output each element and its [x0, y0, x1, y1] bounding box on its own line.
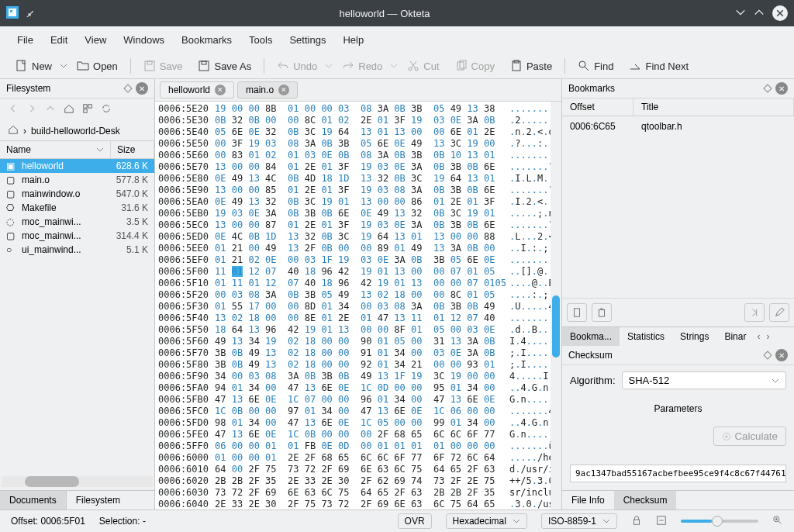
tab-documents[interactable]: Documents — [0, 491, 67, 510]
pin-icon[interactable] — [25, 8, 34, 19]
bookmarks-title: Bookmarks — [568, 83, 615, 94]
file-size: 3.5 K — [105, 216, 148, 227]
vscrollbar[interactable] — [551, 102, 561, 510]
status-coding[interactable]: Hexadecimal — [446, 513, 527, 529]
zoom-in-icon[interactable] — [772, 515, 783, 528]
tab-label: helloworld — [168, 85, 210, 95]
bookmark-edit-button[interactable] — [769, 303, 789, 322]
column-name[interactable]: Name — [0, 141, 111, 158]
tabs-prev-icon[interactable]: ‹ — [754, 331, 763, 342]
file-row[interactable]: ▣helloworld628.6 K — [0, 159, 154, 173]
undock-icon[interactable] — [123, 84, 132, 92]
nav-back-icon[interactable] — [8, 103, 19, 116]
breadcrumb-home-icon[interactable] — [8, 124, 19, 137]
svg-rect-16 — [88, 105, 91, 108]
editor-tab[interactable]: main.o✕ — [237, 81, 298, 98]
nav-forward-icon[interactable] — [26, 103, 37, 116]
editor-tab[interactable]: helloworld✕ — [160, 81, 234, 98]
tab-fileinfo[interactable]: File Info — [562, 491, 614, 510]
bm-col-title[interactable]: Title — [633, 98, 794, 116]
file-name: mainwindow.o — [22, 188, 101, 199]
tabs-next-icon[interactable]: › — [763, 331, 772, 342]
cut-button[interactable]: Cut — [401, 57, 445, 75]
open-button[interactable]: Open — [71, 57, 124, 75]
save-button[interactable]: Save — [137, 57, 189, 75]
hscrollbar[interactable] — [2, 476, 153, 487]
file-row[interactable]: ▢mainwindow.o547.0 K — [0, 187, 154, 201]
checksum-output[interactable]: 9ac1347bad55167acbefbee95ce9f4c8c67f4476… — [570, 465, 786, 482]
menu-view[interactable]: View — [77, 31, 114, 49]
undock-icon[interactable] — [763, 84, 772, 92]
calculate-button[interactable]: Calculate — [713, 427, 786, 446]
status-ovr[interactable]: OVR — [398, 513, 432, 529]
hex-view[interactable]: 0006:5E200006:5E300006:5E400006:5E500006… — [155, 102, 561, 510]
redo-button[interactable]: Redo — [336, 57, 388, 75]
svg-point-14 — [579, 61, 585, 67]
paste-button[interactable]: Paste — [504, 57, 558, 75]
file-row[interactable]: ▢moc_mainwi...314.4 K — [0, 229, 154, 243]
file-row[interactable]: ▢main.o577.8 K — [0, 173, 154, 187]
bookmark-row[interactable]: 0006:6C65 qtoolbar.h — [562, 119, 794, 133]
nav-sync-icon[interactable] — [101, 103, 112, 116]
tab-filesystem[interactable]: Filesystem — [67, 491, 129, 510]
panel-close-icon[interactable]: ✕ — [775, 82, 788, 95]
tab-checksum[interactable]: Checksum — [614, 491, 677, 510]
breadcrumb[interactable]: build-helloworld-Desk — [31, 126, 120, 136]
nav-up-icon[interactable] — [45, 103, 56, 116]
minimize-button[interactable] — [735, 7, 746, 20]
file-row[interactable]: ⎔Makefile31.6 K — [0, 201, 154, 215]
file-icon: ▢ — [6, 188, 17, 199]
undock-icon[interactable] — [763, 351, 772, 359]
findnext-button[interactable]: Find Next — [623, 57, 695, 75]
svg-rect-5 — [147, 61, 152, 64]
panel-close-icon[interactable]: ✕ — [136, 82, 148, 95]
menu-help[interactable]: Help — [335, 31, 371, 49]
file-name: main.o — [22, 174, 101, 185]
zoom-slider[interactable] — [681, 520, 758, 523]
svg-rect-6 — [199, 61, 209, 71]
tab-label: main.o — [246, 85, 274, 95]
bm-col-offset[interactable]: Offset — [562, 98, 633, 116]
tab-statistics[interactable]: Statistics — [620, 327, 672, 346]
undo-button[interactable]: Undo — [271, 57, 323, 75]
find-button[interactable]: Find — [571, 57, 620, 75]
fit-icon[interactable] — [656, 515, 667, 528]
maximize-button[interactable] — [754, 7, 765, 20]
menu-windows[interactable]: Windows — [116, 31, 172, 49]
menu-tools[interactable]: Tools — [241, 31, 280, 49]
file-list[interactable]: ▣helloworld628.6 K▢main.o577.8 K▢mainwin… — [0, 159, 154, 476]
lock-icon[interactable] — [631, 515, 642, 528]
menu-file[interactable]: File — [9, 31, 41, 49]
algorithm-select[interactable]: SHA-512 — [622, 371, 786, 389]
nav-home-icon[interactable] — [64, 103, 74, 116]
svg-rect-21 — [634, 520, 640, 524]
bookmark-add-button[interactable] — [567, 303, 587, 322]
menu-bookmarks[interactable]: Bookmarks — [174, 31, 240, 49]
bookmark-next-button[interactable] — [744, 303, 765, 322]
titlebar: helloworld — Okteta — [0, 0, 794, 26]
panel-close-icon[interactable]: ✕ — [775, 349, 788, 361]
new-dropdown[interactable] — [60, 60, 67, 72]
copy-button[interactable]: Copy — [449, 57, 501, 75]
saveas-button[interactable]: Save As — [192, 57, 257, 75]
redo-dropdown[interactable] — [390, 60, 398, 72]
editor-area: helloworld✕main.o✕ 0006:5E200006:5E30000… — [155, 79, 561, 510]
file-row[interactable]: ○ui_mainwind...5.1 K — [0, 243, 154, 257]
nav-grid-icon[interactable] — [82, 103, 93, 116]
file-row[interactable]: ◌moc_mainwi...3.5 K — [0, 215, 154, 229]
bookmark-delete-button[interactable] — [592, 303, 612, 322]
undo-dropdown[interactable] — [325, 60, 333, 72]
tab-close-icon[interactable]: ✕ — [278, 85, 289, 95]
close-button[interactable] — [772, 5, 788, 21]
tab-close-icon[interactable]: ✕ — [215, 85, 226, 95]
file-name: Makefile — [22, 202, 101, 213]
new-button[interactable]: New — [9, 57, 58, 75]
menu-edit[interactable]: Edit — [43, 31, 75, 49]
tab-strings[interactable]: Strings — [672, 327, 716, 346]
file-icon: ▣ — [6, 161, 17, 171]
tab-bookmarks[interactable]: Bookma... — [562, 327, 620, 346]
column-size[interactable]: Size — [111, 141, 154, 158]
menu-settings[interactable]: Settings — [281, 31, 333, 49]
status-charset[interactable]: ISO-8859-1 — [541, 513, 617, 529]
tab-binary[interactable]: Binar — [716, 327, 754, 346]
